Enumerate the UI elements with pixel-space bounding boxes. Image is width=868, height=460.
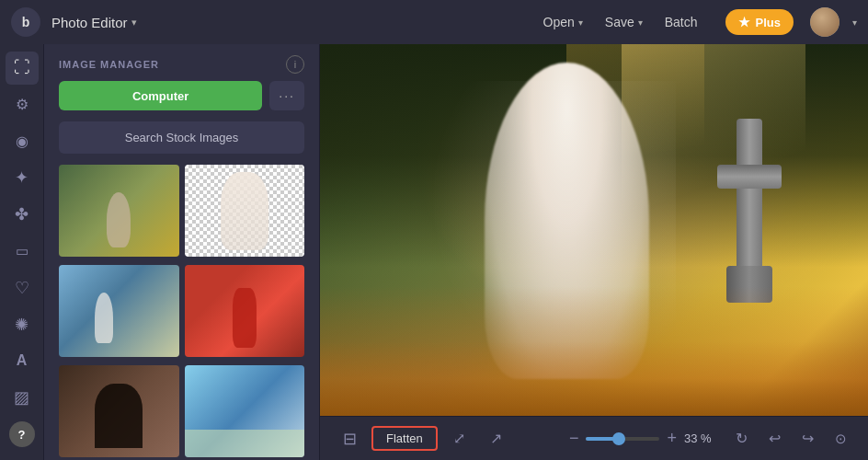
avatar-button[interactable] bbox=[810, 7, 839, 37]
help-button[interactable]: ? bbox=[9, 421, 35, 447]
canvas-area: ⊟ Flatten ⤢ ↗ − + 33 % bbox=[320, 44, 868, 460]
undo-button[interactable]: ↩ bbox=[761, 426, 787, 452]
plus-button[interactable]: ★ Plus bbox=[725, 9, 794, 35]
main-area: ⛶ ⚙ ◉ ✦ ✤ ▭ ♡ ✺ A ▨ ? bbox=[0, 44, 868, 460]
text-icon: A bbox=[17, 352, 28, 369]
save-button[interactable]: Save ▾ bbox=[596, 9, 652, 35]
sidebar-item-adjustments[interactable]: ⚙ bbox=[6, 88, 39, 121]
heart-icon: ♡ bbox=[15, 278, 29, 298]
rotate-cw-button[interactable]: ↻ bbox=[728, 426, 754, 452]
effects-icon: ✺ bbox=[15, 315, 29, 335]
sidebar-item-text[interactable]: A bbox=[6, 345, 39, 378]
flatten-button[interactable]: Flatten bbox=[371, 426, 438, 451]
search-stock-button[interactable]: Search Stock Images bbox=[59, 121, 304, 154]
thumbnail-3[interactable] bbox=[59, 265, 179, 357]
avatar-chevron: ▾ bbox=[852, 17, 857, 28]
thumbnail-6[interactable] bbox=[185, 365, 305, 457]
computer-button[interactable]: Computer bbox=[59, 81, 262, 110]
avatar bbox=[810, 7, 839, 37]
header: b Photo Editor ▾ Open ▾ Save ▾ Batch ★ P… bbox=[0, 0, 868, 44]
stone-cross bbox=[713, 119, 786, 303]
thumbnail-2[interactable] bbox=[185, 165, 305, 257]
eye-icon: ◉ bbox=[16, 132, 29, 150]
image-manager-panel: IMAGE MANAGER i Computer ··· Search Stoc… bbox=[44, 44, 320, 460]
undo-icon: ↩ bbox=[769, 430, 781, 447]
sidebar-item-image-manager[interactable]: ⛶ bbox=[6, 52, 39, 85]
redo-icon: ↪ bbox=[802, 430, 814, 447]
leaves-overlay bbox=[320, 286, 868, 416]
zoom-minus-icon: − bbox=[569, 429, 579, 448]
bottom-toolbar: ⊟ Flatten ⤢ ↗ − + 33 % bbox=[320, 416, 868, 460]
panel-actions: Computer ··· bbox=[44, 81, 319, 121]
image-grid bbox=[44, 165, 319, 460]
zoom-slider-thumb bbox=[612, 432, 625, 445]
image-manager-icon: ⛶ bbox=[14, 58, 30, 77]
header-nav: Open ▾ Save ▾ Batch bbox=[534, 9, 707, 35]
rotate-cw-icon: ↻ bbox=[736, 430, 748, 447]
star-icon: ★ bbox=[738, 15, 750, 29]
open-button[interactable]: Open ▾ bbox=[534, 9, 592, 35]
resize-button[interactable]: ⤢ bbox=[445, 424, 474, 454]
texture-icon: ▨ bbox=[14, 387, 29, 408]
export-icon: ↗ bbox=[490, 430, 502, 447]
app-title-group[interactable]: Photo Editor ▾ bbox=[51, 15, 137, 30]
app-title-text: Photo Editor bbox=[51, 15, 128, 30]
sidebar-item-shape[interactable]: ▭ bbox=[6, 235, 39, 268]
app-title-chevron: ▾ bbox=[131, 17, 137, 29]
nodes-icon: ✤ bbox=[15, 204, 29, 224]
star-icon: ✦ bbox=[15, 167, 29, 188]
zoom-controls: − + 33 % bbox=[569, 429, 721, 448]
app-logo[interactable]: b bbox=[11, 7, 40, 37]
sidebar-item-effects[interactable]: ✺ bbox=[6, 308, 39, 341]
zoom-in-button[interactable]: + bbox=[667, 429, 677, 448]
batch-button[interactable]: Batch bbox=[656, 9, 707, 35]
history-icon: ⊙ bbox=[835, 431, 847, 447]
redo-button[interactable]: ↪ bbox=[794, 426, 820, 452]
panel-title: IMAGE MANAGER bbox=[59, 59, 159, 70]
panel-info-button[interactable]: i bbox=[286, 55, 304, 74]
thumbnail-4[interactable] bbox=[185, 265, 305, 357]
tool-sidebar: ⛶ ⚙ ◉ ✦ ✤ ▭ ♡ ✺ A ▨ ? bbox=[0, 44, 44, 460]
thumbnail-1[interactable] bbox=[59, 165, 179, 257]
cross-horizontal bbox=[717, 165, 782, 189]
panel-header: IMAGE MANAGER i bbox=[44, 44, 319, 81]
rect-icon: ▭ bbox=[16, 243, 29, 259]
layers-button[interactable]: ⊟ bbox=[335, 424, 364, 454]
history-button[interactable]: ⊙ bbox=[828, 426, 853, 452]
more-button[interactable]: ··· bbox=[269, 81, 304, 110]
export-button[interactable]: ↗ bbox=[482, 424, 511, 454]
sidebar-item-star[interactable]: ✦ bbox=[6, 161, 39, 194]
zoom-value: 33 % bbox=[684, 431, 721, 445]
sidebar-item-nodes[interactable]: ✤ bbox=[6, 198, 39, 231]
resize-icon: ⤢ bbox=[453, 430, 465, 447]
save-chevron: ▾ bbox=[638, 17, 643, 28]
sidebar-item-texture[interactable]: ▨ bbox=[6, 381, 39, 414]
thumbnail-5[interactable] bbox=[59, 365, 179, 457]
open-chevron: ▾ bbox=[578, 17, 583, 28]
zoom-slider[interactable] bbox=[586, 437, 659, 441]
layers-icon: ⊟ bbox=[343, 429, 357, 449]
main-canvas-image bbox=[320, 44, 868, 416]
canvas-wrapper[interactable] bbox=[320, 44, 868, 416]
zoom-plus-icon: + bbox=[667, 429, 677, 448]
sidebar-item-view[interactable]: ◉ bbox=[6, 125, 39, 158]
sidebar-item-heart[interactable]: ♡ bbox=[6, 271, 39, 305]
adjustments-icon: ⚙ bbox=[16, 96, 29, 113]
zoom-out-button[interactable]: − bbox=[569, 429, 579, 448]
